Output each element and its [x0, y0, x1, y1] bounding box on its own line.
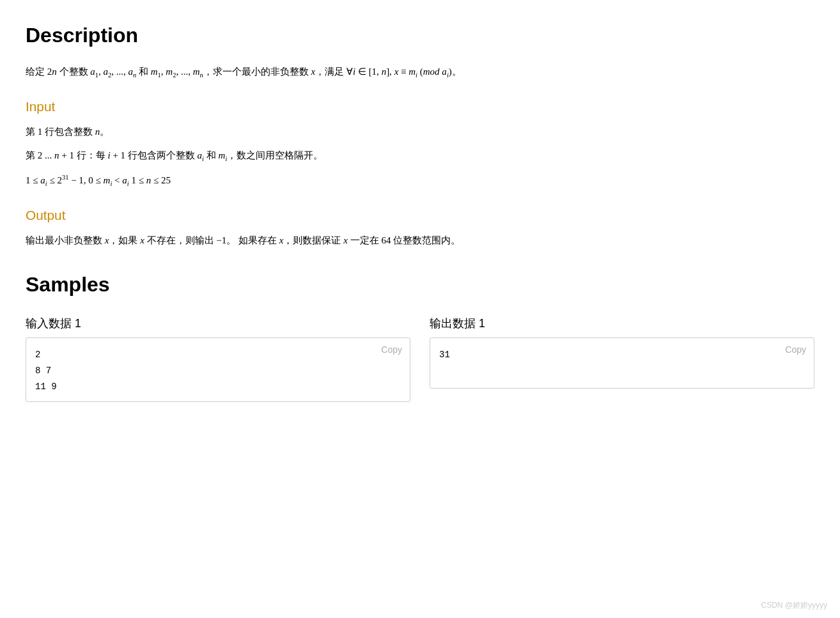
input-title: Input — [26, 96, 814, 117]
samples-grid: 输入数据 1 Copy 2 8 7 11 9 输出数据 1 Copy 31 — [26, 314, 814, 403]
description-text: 给定 2n 个整数 a1, a2, ..., an 和 m1, m2, ...,… — [26, 63, 814, 82]
output-sample-box: Copy 31 — [430, 337, 814, 389]
input-sample-box: Copy 2 8 7 11 9 — [26, 337, 410, 403]
input-line2: 第 2 ... n + 1 行：每 i + 1 行包含两个整数 ai 和 mi，… — [26, 147, 814, 166]
copy-output-button[interactable]: Copy — [785, 344, 806, 355]
description-title: Description — [26, 19, 814, 52]
output-text: 输出最小非负整数 x，如果 x 不存在，则输出 −1。 如果存在 x，则数据保证… — [26, 232, 814, 249]
input-line3: 1 ≤ ai ≤ 231 − 1, 0 ≤ mi < ai 1 ≤ n ≤ 25 — [26, 172, 814, 190]
input-data-label: 输入数据 1 — [26, 314, 410, 332]
output-sample-content: 31 — [439, 347, 805, 363]
input-line1: 第 1 行包含整数 n。 — [26, 123, 814, 141]
input-sample-section: 输入数据 1 Copy 2 8 7 11 9 — [26, 314, 410, 403]
samples-title: Samples — [26, 268, 814, 301]
output-data-label: 输出数据 1 — [430, 314, 814, 332]
copy-input-button[interactable]: Copy — [381, 344, 402, 355]
output-sample-section: 输出数据 1 Copy 31 — [430, 314, 814, 403]
output-title: Output — [26, 205, 814, 226]
input-sample-content: 2 8 7 11 9 — [35, 347, 401, 396]
